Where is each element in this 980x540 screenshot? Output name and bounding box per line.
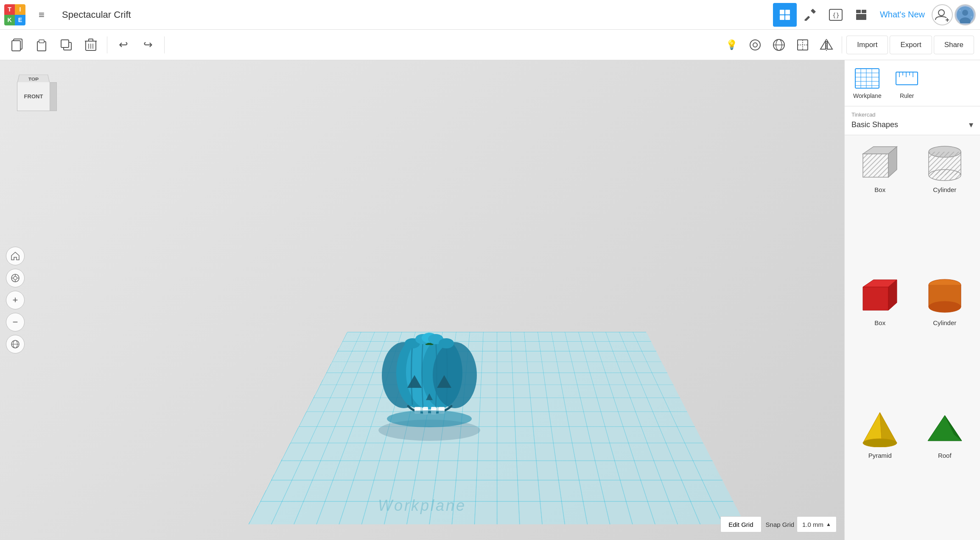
right-panel: ❯ Workplane: [844, 60, 980, 540]
duplicate-button[interactable]: [55, 34, 77, 56]
svg-point-15: [962, 10, 968, 16]
blocks-view-button[interactable]: [849, 3, 873, 27]
svg-rect-2: [780, 15, 784, 20]
delete-icon: [85, 38, 97, 52]
svg-point-19: [971, 16, 972, 18]
svg-point-106: [863, 439, 897, 447]
shape-selector-dropdown[interactable]: Basic Shapes ▾: [851, 120, 973, 130]
shape-cylinder-hole[interactable]: Cylinder: [916, 141, 974, 268]
light-toggle-button[interactable]: 💡: [720, 34, 742, 56]
orientation-cube[interactable]: TOP FRONT: [13, 72, 59, 131]
svg-rect-4: [811, 9, 816, 14]
undo-button[interactable]: ↩: [112, 34, 134, 56]
paste-button[interactable]: [31, 34, 53, 56]
3d-view-button[interactable]: [6, 335, 25, 354]
roof-green-svg: [924, 409, 966, 447]
svg-point-17: [959, 10, 961, 11]
share-button[interactable]: Share: [934, 36, 974, 54]
toolbar-divider-3: [842, 36, 842, 53]
cube-front-label: FRONT: [24, 93, 43, 100]
build-view-button[interactable]: [798, 3, 822, 27]
tinkercad-logo[interactable]: T I K E: [4, 4, 25, 25]
svg-point-63: [439, 338, 454, 348]
left-controls: + −: [6, 247, 25, 354]
shape-pyramid-yellow[interactable]: Pyramid: [851, 407, 910, 534]
zoom-in-button[interactable]: +: [6, 291, 25, 309]
home-view-button[interactable]: [6, 247, 25, 265]
target-view-button[interactable]: [6, 269, 25, 287]
edit-grid-button[interactable]: Edit Grid: [720, 516, 761, 532]
workplane-svg-icon: [854, 68, 880, 89]
pyramid-yellow-svg: [859, 409, 901, 447]
ruler-tool[interactable]: Ruler: [894, 67, 920, 99]
add-user-button[interactable]: [932, 4, 953, 25]
copy-button[interactable]: [6, 34, 28, 56]
delete-button[interactable]: [80, 34, 102, 56]
camera-icon: [748, 38, 762, 52]
perspective-icon: [772, 38, 786, 52]
svg-point-44: [14, 276, 17, 280]
menu-icon[interactable]: ≡: [30, 3, 53, 27]
svg-marker-87: [863, 154, 888, 177]
svg-rect-28: [89, 39, 93, 41]
home-icon: [11, 251, 20, 261]
user-avatar[interactable]: [955, 4, 976, 25]
avatar-icon: [957, 6, 974, 23]
import-button[interactable]: Import: [846, 36, 888, 54]
shape-box-red-label: Box: [874, 319, 885, 326]
mirror-button[interactable]: [815, 34, 837, 56]
svg-point-101: [929, 301, 961, 312]
redo-button[interactable]: ↪: [137, 34, 159, 56]
ruler-svg-icon: [895, 68, 918, 89]
align-button[interactable]: [792, 34, 814, 56]
snap-grid-value[interactable]: 1.0 mm ▲: [797, 516, 837, 532]
shape-selector-provider: Tinkercad: [851, 111, 973, 118]
target-icon: [11, 273, 20, 283]
cylinder-orange-svg: [924, 276, 966, 315]
shape-cylinder-orange[interactable]: Cylinder: [916, 274, 974, 401]
svg-marker-105: [880, 412, 897, 443]
svg-text:{}: {}: [832, 12, 840, 19]
hammer-icon: [804, 9, 816, 21]
shape-pyramid-yellow-label: Pyramid: [868, 452, 892, 459]
svg-point-71: [387, 410, 472, 427]
svg-marker-96: [863, 287, 888, 310]
zoom-out-button[interactable]: −: [6, 313, 25, 331]
workplane-tool-icon: [854, 67, 880, 90]
paste-icon: [35, 38, 48, 52]
copy-icon: [10, 38, 24, 52]
svg-marker-41: [827, 41, 832, 49]
svg-rect-25: [61, 40, 69, 47]
shape-selector[interactable]: Tinkercad Basic Shapes ▾: [845, 106, 980, 135]
svg-rect-3: [785, 15, 790, 20]
svg-point-33: [753, 43, 757, 47]
shape-category-label: Basic Shapes: [851, 120, 898, 129]
blocks-icon: [855, 9, 867, 21]
shape-cylinder-hole-preview: [919, 141, 970, 184]
camera-view-button[interactable]: [744, 34, 766, 56]
viewport[interactable]: TOP FRONT: [0, 60, 844, 540]
logo-k: K: [4, 15, 15, 25]
svg-point-18: [970, 9, 971, 10]
cylinder-hole-svg: [924, 143, 966, 181]
shape-box-red[interactable]: Box: [851, 274, 910, 401]
bottom-controls: Edit Grid Snap Grid 1.0 mm ▲: [720, 516, 837, 532]
grid-view-button[interactable]: [773, 3, 797, 27]
dropdown-arrow-icon: ▾: [969, 120, 973, 130]
export-button[interactable]: Export: [890, 36, 932, 54]
svg-marker-40: [820, 41, 826, 49]
panel-collapse-handle[interactable]: ❯: [844, 289, 845, 311]
perspective-button[interactable]: [768, 34, 790, 56]
shape-box-hole[interactable]: Box: [851, 141, 910, 268]
grid-icon: [779, 9, 791, 21]
code-view-button[interactable]: {}: [824, 3, 848, 27]
shape-box-hole-label: Box: [874, 186, 885, 193]
shape-roof-green[interactable]: Roof: [916, 407, 974, 534]
workplane-tool[interactable]: Workplane: [853, 67, 882, 99]
main-area: TOP FRONT: [0, 60, 980, 540]
logo-i: I: [15, 4, 25, 15]
add-user-icon: [935, 7, 950, 22]
duplicate-icon: [59, 38, 73, 52]
whats-new-button[interactable]: What's New: [875, 6, 930, 23]
logo-e: E: [15, 15, 25, 25]
